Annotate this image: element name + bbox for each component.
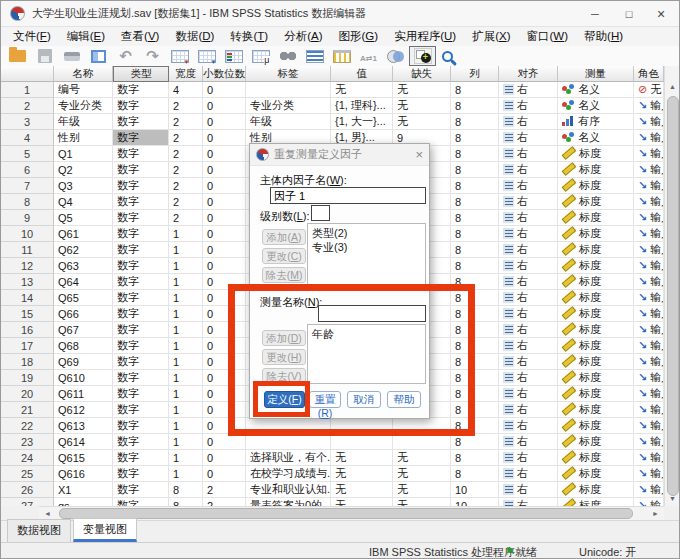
cell-align[interactable]: 右 (499, 290, 558, 306)
cell-measure[interactable]: 标度 (558, 274, 634, 290)
cell-columns[interactable]: 8 (451, 194, 499, 210)
cell-columns[interactable]: 10 (451, 498, 499, 506)
cell-decimals[interactable]: 0 (203, 242, 246, 258)
row-number[interactable]: 2 (1, 98, 54, 114)
cell-name[interactable]: Q616 (54, 466, 113, 482)
cell-name[interactable]: 专业分类 (54, 98, 113, 114)
cell-type[interactable]: 数字 (113, 338, 169, 354)
insert-variable-icon[interactable] (328, 46, 355, 66)
menu-item-1[interactable]: 编辑(E) (59, 29, 113, 44)
cell-values[interactable]: 无 (331, 450, 393, 466)
cell-width[interactable]: 8 (169, 482, 203, 498)
row-number[interactable]: 21 (1, 402, 54, 418)
cell-role[interactable]: 输入 (634, 402, 664, 418)
horizontal-scroll-thumb[interactable] (59, 508, 633, 519)
scroll-right-icon[interactable]: ► (649, 507, 662, 520)
factor-list[interactable]: 类型(2)专业(3) (307, 223, 426, 290)
menu-item-10[interactable]: 帮助(H) (576, 29, 631, 44)
row-number[interactable]: 13 (1, 274, 54, 290)
cell-role[interactable]: 输入 (634, 226, 664, 242)
row-number[interactable]: 26 (1, 482, 54, 498)
row-number[interactable]: 12 (1, 258, 54, 274)
cell-width[interactable]: 1 (169, 258, 203, 274)
cell-columns[interactable]: 8 (451, 466, 499, 482)
row-number[interactable]: 22 (1, 418, 54, 434)
goto-variable-icon[interactable] (193, 46, 220, 66)
list-item[interactable]: 类型(2) (312, 226, 421, 240)
cell-measure[interactable]: 标度 (558, 386, 634, 402)
add-factor-button[interactable]: 添加(A) (262, 229, 306, 245)
dialog-close-icon[interactable]: × (415, 147, 423, 162)
cell-width[interactable]: 2 (169, 98, 203, 114)
cell-name[interactable]: Q65 (54, 290, 113, 306)
split-file-icon[interactable] (355, 46, 382, 66)
cell-role[interactable]: 无 (634, 82, 664, 98)
cell-role[interactable]: 输入 (634, 258, 664, 274)
cell-decimals[interactable]: 2 (203, 498, 246, 506)
menu-item-4[interactable]: 转换(T) (222, 29, 276, 44)
cell-columns[interactable]: 8 (451, 258, 499, 274)
cell-name[interactable]: Q610 (54, 370, 113, 386)
cell-role[interactable]: 输入 (634, 338, 664, 354)
cell-align[interactable]: 右 (499, 178, 558, 194)
cell-values[interactable] (331, 434, 393, 450)
column-header-角色[interactable]: 角色 (634, 66, 664, 82)
cell-measure[interactable]: 标度 (558, 402, 634, 418)
cell-width[interactable]: 8 (169, 498, 203, 506)
insert-cases-icon[interactable] (301, 46, 328, 66)
cell-values[interactable]: 无 (331, 466, 393, 482)
cell-width[interactable]: 1 (169, 370, 203, 386)
cell-align[interactable]: 右 (499, 370, 558, 386)
cell-width[interactable]: 1 (169, 242, 203, 258)
cell-decimals[interactable]: 0 (203, 466, 246, 482)
cell-role[interactable]: 输入 (634, 482, 664, 498)
print-icon[interactable] (58, 46, 85, 66)
cell-align[interactable]: 右 (499, 146, 558, 162)
cell-role[interactable]: 输入 (634, 450, 664, 466)
cell-role[interactable]: 输入 (634, 130, 664, 146)
find-icon[interactable] (274, 46, 301, 66)
cell-type[interactable]: 数字 (113, 178, 169, 194)
menu-item-5[interactable]: 分析(A) (276, 29, 330, 44)
cell-decimals[interactable]: 0 (203, 130, 246, 146)
cell-measure[interactable]: 标度 (558, 226, 634, 242)
cell-name[interactable]: X1 (54, 482, 113, 498)
variables-info-icon[interactable] (220, 46, 247, 66)
row-number[interactable]: 24 (1, 450, 54, 466)
cell-columns[interactable]: 8 (451, 82, 499, 98)
column-header-列[interactable]: 列 (451, 66, 499, 82)
cell-measure[interactable]: 标度 (558, 178, 634, 194)
cell-name[interactable]: Q64 (54, 274, 113, 290)
cell-width[interactable]: 1 (169, 402, 203, 418)
cell-align[interactable]: 右 (499, 338, 558, 354)
cell-name[interactable]: Q69 (54, 354, 113, 370)
cell-measure[interactable]: 名义 (558, 98, 634, 114)
cell-name[interactable]: Q3 (54, 178, 113, 194)
cell-values[interactable]: 无 (331, 82, 393, 98)
cell-width[interactable]: 1 (169, 306, 203, 322)
cell-measure[interactable]: 标度 (558, 370, 634, 386)
cell-align[interactable]: 右 (499, 354, 558, 370)
column-header-名称[interactable]: 名称 (54, 66, 113, 82)
cell-measure[interactable]: 标度 (558, 466, 634, 482)
list-item[interactable]: 专业(3) (312, 240, 421, 254)
cell-type[interactable]: 数字 (113, 498, 169, 506)
cell-name[interactable]: Q61 (54, 226, 113, 242)
cell-missing[interactable]: 无 (393, 498, 451, 506)
cell-width[interactable]: 2 (169, 194, 203, 210)
cell-decimals[interactable]: 0 (203, 450, 246, 466)
cell-decimals[interactable]: 0 (203, 226, 246, 242)
menu-item-9[interactable]: 窗口(W) (519, 29, 577, 44)
cell-measure[interactable]: 标度 (558, 194, 634, 210)
cell-columns[interactable]: 8 (451, 130, 499, 146)
cell-missing[interactable] (393, 434, 451, 450)
cell-label[interactable]: 量表答案为0的... (246, 498, 331, 506)
cell-name[interactable]: Q68 (54, 338, 113, 354)
cell-align[interactable]: 右 (499, 226, 558, 242)
row-number[interactable]: 6 (1, 162, 54, 178)
cell-type[interactable]: 数字 (113, 162, 169, 178)
menu-item-3[interactable]: 数据(D) (167, 29, 222, 44)
cell-columns[interactable]: 8 (451, 226, 499, 242)
cell-type[interactable]: 数字 (113, 226, 169, 242)
cell-name[interactable]: Q4 (54, 194, 113, 210)
